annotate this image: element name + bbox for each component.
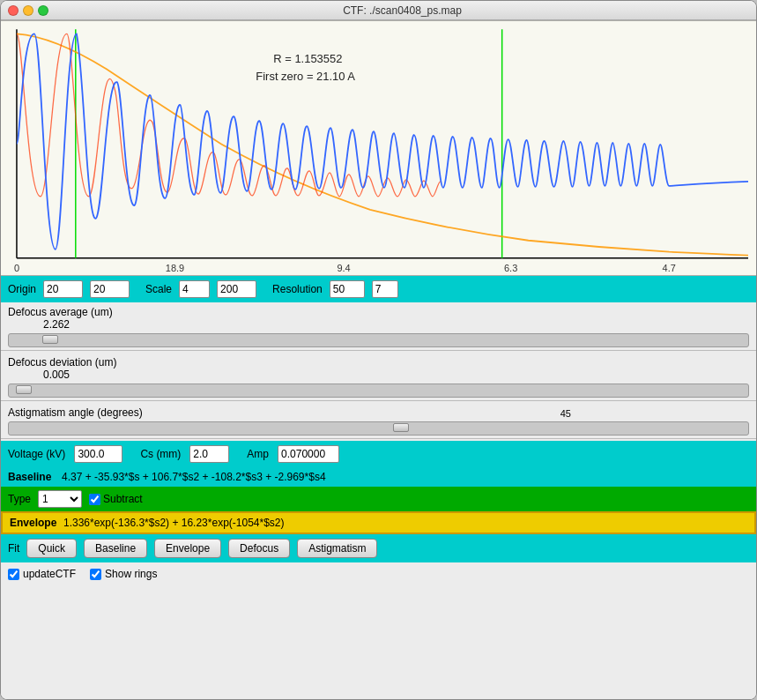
svg-text:9.4: 9.4 xyxy=(337,263,350,273)
scale-label: Scale xyxy=(145,283,172,295)
astigmatism-slider-thumb[interactable] xyxy=(393,423,409,432)
amp-label: Amp xyxy=(247,448,269,460)
show-rings-checkbox[interactable] xyxy=(90,569,101,580)
show-rings-text: Show rings xyxy=(105,568,157,580)
defocus-dev-section: Defocus deviation (um) 0.005 xyxy=(1,353,756,383)
type-row: Type 1 2 3 Subtract xyxy=(1,487,756,511)
resolution-label: Resolution xyxy=(272,283,323,295)
window-title: CTF: ./scan0408_ps.map xyxy=(56,4,749,17)
svg-text:First zero =    21.10 A: First zero = 21.10 A xyxy=(256,70,355,83)
voltage-input[interactable] xyxy=(74,445,122,463)
defocus-dev-slider-thumb[interactable] xyxy=(16,385,32,394)
defocus-dev-label: Defocus deviation (um) xyxy=(8,356,749,369)
defocus-dev-value: 0.005 xyxy=(43,369,749,381)
minimize-button[interactable] xyxy=(23,5,33,16)
defocus-avg-value: 2.262 xyxy=(43,318,749,331)
defocus-avg-label: Defocus average (um) xyxy=(8,306,749,318)
envelope-label: Envelope xyxy=(10,517,58,529)
baseline-row: Baseline 4.37 + -35.93*$s + 106.7*$s2 + … xyxy=(1,467,756,487)
baseline-label: Baseline xyxy=(8,471,56,483)
resolution-val2[interactable] xyxy=(372,280,398,298)
astigmatism-slider-row: 45 xyxy=(1,421,756,436)
subtract-checkbox-label[interactable]: Subtract xyxy=(89,493,143,505)
origin-val2[interactable] xyxy=(90,280,130,298)
quick-button[interactable]: Quick xyxy=(26,539,77,558)
bottom-row: updateCTF Show rings xyxy=(1,562,756,585)
astigmatism-label: Astigmatism angle (degrees) xyxy=(8,406,749,419)
svg-text:R  =  1.153552: R = 1.153552 xyxy=(273,52,342,65)
subtract-label: Subtract xyxy=(103,493,143,505)
baseline-formula: 4.37 + -35.93*$s + 106.7*$s2 + -108.2*$s… xyxy=(62,471,326,483)
scale-val1[interactable] xyxy=(179,280,210,298)
divider2 xyxy=(1,400,756,401)
svg-text:0: 0 xyxy=(14,263,19,273)
maximize-button[interactable] xyxy=(38,5,48,16)
divider3 xyxy=(1,438,756,439)
origin-val1[interactable] xyxy=(43,280,83,298)
fit-row: Fit Quick Baseline Envelope Defocus Asti… xyxy=(1,534,756,562)
show-rings-label[interactable]: Show rings xyxy=(90,568,157,580)
svg-text:18.9: 18.9 xyxy=(166,263,184,273)
update-ctf-label[interactable]: updateCTF xyxy=(8,568,76,580)
close-button[interactable] xyxy=(8,5,19,16)
defocus-avg-slider-thumb[interactable] xyxy=(42,335,58,344)
update-ctf-checkbox[interactable] xyxy=(8,569,19,580)
scale-val2[interactable] xyxy=(217,280,256,298)
envelope-formula: 1.336*exp(-136.3*$s2) + 16.23*exp(-1054*… xyxy=(63,517,285,529)
defocus-avg-slider-row xyxy=(1,332,756,348)
origin-row: Origin Scale Resolution xyxy=(1,276,756,302)
ctf-plot: 0 18.9 9.4 6.3 4.7 R = 1.153552 First ze… xyxy=(1,20,756,276)
amp-input[interactable] xyxy=(278,445,339,463)
titlebar: CTF: ./scan0408_ps.map xyxy=(1,1,756,20)
svg-text:6.3: 6.3 xyxy=(504,263,517,273)
baseline-button[interactable]: Baseline xyxy=(84,539,147,558)
main-window: CTF: ./scan0408_ps.map 0 18.9 9.4 6. xyxy=(0,0,757,700)
subtract-checkbox[interactable] xyxy=(89,494,100,505)
defocus-button[interactable]: Defocus xyxy=(228,539,290,558)
envelope-row: Envelope 1.336*exp(-136.3*$s2) + 16.23*e… xyxy=(1,511,756,534)
astigmatism-button[interactable]: Astigmatism xyxy=(297,539,377,558)
type-select[interactable]: 1 2 3 xyxy=(38,490,82,508)
defocus-avg-section: Defocus average (um) 2.262 xyxy=(1,302,756,332)
content-area: 0 18.9 9.4 6.3 4.7 R = 1.153552 First ze… xyxy=(1,20,756,699)
svg-text:4.7: 4.7 xyxy=(663,263,676,273)
update-ctf-text: updateCTF xyxy=(23,568,76,580)
fit-label: Fit xyxy=(8,542,19,555)
astigmatism-value: 45 xyxy=(560,408,571,419)
type-label: Type xyxy=(8,493,31,505)
envelope-button[interactable]: Envelope xyxy=(154,539,221,558)
resolution-val1[interactable] xyxy=(330,280,365,298)
cs-input[interactable] xyxy=(189,445,229,463)
defocus-dev-slider-row xyxy=(1,383,756,398)
divider1 xyxy=(1,350,756,351)
origin-label: Origin xyxy=(8,283,36,295)
voltage-label: Voltage (kV) xyxy=(8,448,65,460)
cs-label: Cs (mm) xyxy=(140,448,181,460)
voltage-row: Voltage (kV) Cs (mm) Amp xyxy=(1,441,756,467)
traffic-lights xyxy=(8,5,48,16)
astigmatism-section: Astigmatism angle (degrees) xyxy=(1,403,756,421)
plot-area: 0 18.9 9.4 6.3 4.7 R = 1.153552 First ze… xyxy=(1,20,756,276)
